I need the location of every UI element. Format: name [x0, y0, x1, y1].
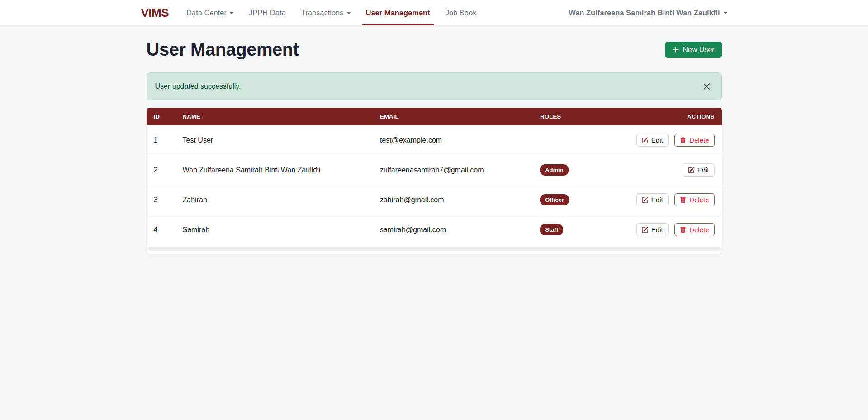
column-header-name: NAME: [175, 108, 373, 125]
plus-icon: [672, 46, 679, 53]
cell-roles: Staff: [533, 215, 629, 245]
chevron-down-icon: [724, 12, 727, 14]
table-row: 4 Samirah samirah@gmail.com Staff Edit: [147, 215, 722, 245]
users-table: ID NAME EMAIL ROLES ACTIONS 1 Test User …: [147, 108, 722, 244]
table-row: 1 Test User test@example.com Edit Delete: [147, 125, 722, 155]
cell-email: zulfareenasamirah7@gmail.com: [373, 155, 533, 185]
alert-message: User updated successfully.: [155, 82, 241, 90]
column-header-email: EMAIL: [373, 108, 533, 125]
trash-icon: [680, 137, 686, 143]
nav-item-transactions[interactable]: Transactions: [294, 0, 358, 25]
nav-item-user-management[interactable]: User Management: [358, 0, 438, 25]
nav-item-job-book[interactable]: Job Book: [438, 0, 484, 25]
alert-close-button[interactable]: [700, 80, 713, 93]
new-user-button-label: New User: [683, 46, 714, 54]
delete-button[interactable]: Delete: [674, 134, 714, 147]
edit-button-label: Edit: [651, 136, 663, 144]
delete-button-label: Delete: [689, 226, 709, 234]
cell-roles: Officer: [533, 185, 629, 215]
nav-item-data-center[interactable]: Data Center: [179, 0, 241, 25]
table-footer: [147, 244, 722, 254]
nav-item-label: User Management: [366, 9, 430, 17]
nav-item-label: Data Center: [186, 9, 227, 17]
column-header-actions: ACTIONS: [629, 108, 722, 125]
nav-item-label: JPPH Data: [249, 9, 286, 17]
cell-name: Samirah: [175, 215, 373, 245]
nav-links: Data Center JPPH Data Transactions User …: [179, 0, 484, 25]
cell-email: zahirah@gmail.com: [373, 185, 533, 215]
table-row: 3 Zahirah zahirah@gmail.com Officer Edit: [147, 185, 722, 215]
cell-actions: Edit Delete: [629, 125, 722, 155]
close-icon: [703, 83, 711, 91]
success-alert: User updated successfully.: [147, 72, 722, 100]
cell-id: 4: [147, 215, 175, 245]
edit-button[interactable]: Edit: [636, 223, 669, 236]
edit-button[interactable]: Edit: [636, 134, 669, 147]
navbar-inner: VIMS Data Center JPPH Data Transactions …: [141, 0, 727, 25]
cell-actions: Edit Delete: [629, 215, 722, 245]
nav-item-label: Transactions: [301, 9, 344, 17]
pencil-square-icon: [642, 227, 648, 233]
cell-name: Wan Zulfareena Samirah Binti Wan Zaulkfl…: [175, 155, 373, 185]
role-badge: Admin: [540, 164, 568, 176]
nav-item-label: Job Book: [446, 9, 477, 17]
delete-button[interactable]: Delete: [674, 223, 714, 236]
edit-button-label: Edit: [651, 196, 663, 204]
cell-id: 1: [147, 125, 175, 155]
users-table-card: ID NAME EMAIL ROLES ACTIONS 1 Test User …: [147, 108, 722, 254]
table-row: 2 Wan Zulfareena Samirah Binti Wan Zaulk…: [147, 155, 722, 185]
page-header: User Management New User: [147, 39, 722, 60]
cell-email: test@example.com: [373, 125, 533, 155]
edit-button[interactable]: Edit: [636, 193, 669, 206]
nav-item-jpph-data[interactable]: JPPH Data: [241, 0, 294, 25]
delete-button[interactable]: Delete: [674, 193, 714, 206]
new-user-button[interactable]: New User: [665, 42, 721, 58]
delete-button-label: Delete: [689, 136, 709, 144]
cell-id: 3: [147, 185, 175, 215]
cell-name: Test User: [175, 125, 373, 155]
pencil-square-icon: [642, 197, 648, 203]
top-navbar: VIMS Data Center JPPH Data Transactions …: [0, 0, 868, 26]
horizontal-scrollbar[interactable]: [148, 247, 721, 251]
cell-email: samirah@gmail.com: [373, 215, 533, 245]
trash-icon: [680, 227, 686, 233]
pencil-square-icon: [688, 167, 694, 173]
brand-logo[interactable]: VIMS: [141, 6, 169, 20]
edit-button[interactable]: Edit: [683, 163, 715, 177]
delete-button-label: Delete: [689, 196, 709, 204]
cell-actions: Edit: [629, 155, 722, 185]
page-title: User Management: [147, 39, 299, 60]
cell-roles: [533, 125, 629, 155]
chevron-down-icon: [347, 12, 351, 14]
chevron-down-icon: [230, 12, 233, 14]
cell-roles: Admin: [533, 155, 629, 185]
cell-id: 2: [147, 155, 175, 185]
trash-icon: [680, 197, 686, 203]
edit-button-label: Edit: [697, 166, 709, 174]
column-header-roles: ROLES: [533, 108, 629, 125]
edit-button-label: Edit: [651, 226, 663, 234]
column-header-id: ID: [147, 108, 175, 125]
role-badge: Officer: [540, 194, 569, 205]
table-header: ID NAME EMAIL ROLES ACTIONS: [147, 108, 722, 125]
main-content: User Management New User User updated su…: [147, 26, 722, 254]
user-account-dropdown[interactable]: Wan Zulfareena Samirah Binti Wan Zaulkfl…: [569, 9, 727, 17]
pencil-square-icon: [642, 137, 648, 143]
user-name-label: Wan Zulfareena Samirah Binti Wan Zaulkfl…: [569, 9, 720, 17]
cell-actions: Edit Delete: [629, 185, 722, 215]
cell-name: Zahirah: [175, 185, 373, 215]
role-badge: Staff: [540, 224, 563, 235]
